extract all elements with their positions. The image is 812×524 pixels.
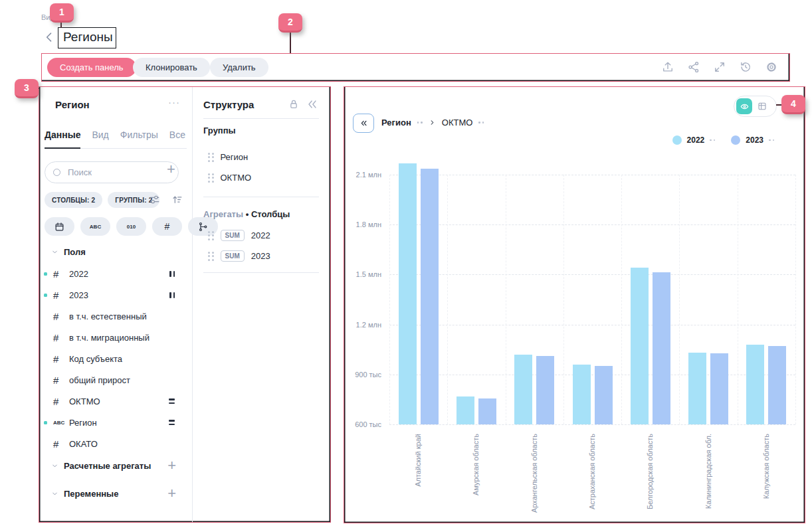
x-axis-label: Амурская область [472,434,480,495]
bar-2023[interactable] [536,356,554,424]
field-used-dot [44,294,47,297]
clone-button[interactable]: Клонировать [133,58,210,77]
type-filter-calendar[interactable] [45,217,74,236]
field-panel-menu-icon[interactable]: ··· [168,96,180,108]
add-calc-aggregate-button[interactable]: + [167,459,176,472]
search-input[interactable] [66,167,170,178]
collapse-panel-icon[interactable] [306,98,319,111]
x-axis-label: Алтайский край [414,434,422,487]
bar-2022[interactable] [399,163,417,424]
field-row[interactable]: #в т.ч. миграционный [39,327,192,348]
vertical-gridline [795,175,796,424]
filter-chip-0[interactable]: СТОЛБЦЫ: 2 [45,192,102,208]
share-icon[interactable] [687,60,700,74]
bar-2023[interactable] [478,398,496,424]
bar-2022[interactable] [457,396,474,424]
tab-2[interactable]: Фильтры [120,130,158,148]
create-panel-button[interactable]: Создать панель [47,58,136,77]
field-used-dot [44,442,47,446]
gridline [389,375,795,375]
bar-2023[interactable] [710,353,728,424]
field-label: в т.ч. естественный [69,311,175,321]
used-in-groups-icon [169,398,175,404]
bar-2022[interactable] [631,268,649,424]
tab-1[interactable]: Вид [92,130,108,148]
search-box[interactable] [45,161,179,183]
field-label: 2022 [69,269,169,279]
field-label: общий прирост [69,375,175,385]
bar-2022[interactable] [688,353,706,424]
field-row[interactable]: #в т.ч. естественный [39,306,192,327]
field-row[interactable]: #2023 [39,284,192,306]
field-row[interactable]: #ОКТМО [39,391,192,412]
lock-icon[interactable] [287,98,300,111]
field-row[interactable]: ABCРегион [39,412,192,433]
drag-handle-icon[interactable] [208,231,214,240]
bar-2023[interactable] [768,346,786,424]
vertical-gridline [506,175,506,424]
drag-handle-icon[interactable] [208,173,214,183]
field-label: Регион [69,418,169,428]
field-used-dot [44,315,47,318]
abc-icon: ABC [53,420,64,426]
x-axis-label: Архангельская область [530,434,538,513]
aggregate-item[interactable]: SUM2023 [192,246,330,266]
bar-2023[interactable] [653,272,670,424]
bar-2023[interactable] [595,366,613,424]
bar-2022[interactable] [746,345,764,424]
field-row[interactable]: #общий прирост [39,369,192,391]
sliders-icon[interactable] [148,193,161,206]
field-used-dot [44,272,47,276]
title-annotation-box [58,27,116,48]
annotation-badge-3: 3 [15,79,39,98]
field-label: ОКАТО [69,439,175,449]
vertical-gridline [621,175,622,424]
expand-icon[interactable] [713,60,726,74]
field-used-dot [44,357,47,361]
calc-aggregates-header[interactable]: Расчетные агрегаты + [51,459,176,472]
sort-icon[interactable] [171,193,183,206]
tab-0[interactable]: Данные [45,130,80,149]
field-panel: Регион ··· ДанныеВидФильтрыВсе + СТОЛБЦЫ… [39,86,331,523]
settings-icon[interactable] [765,60,778,74]
delete-button[interactable]: Удалить [210,58,268,77]
add-field-button[interactable]: + [167,163,175,176]
separator: • [246,209,249,219]
field-used-dot [44,379,47,382]
annotation-badge-1: 1 [50,3,74,23]
field-panel-title: Регион [55,99,90,110]
field-row[interactable]: #2022 [39,263,192,284]
group-item[interactable]: Регион [192,147,330,167]
app-page: Виджеты Регионы Создать панель Клонирова… [0,0,812,524]
type-filter-number[interactable]: # [152,217,182,236]
tab-3[interactable]: Все [169,130,185,148]
drag-handle-icon[interactable] [208,252,214,261]
field-label: Код субъекта [69,354,175,364]
bar-2023[interactable] [421,169,439,424]
add-variable-button[interactable]: + [167,487,176,500]
search-icon [53,169,60,176]
calc-aggregates-label: Расчетные агрегаты [64,461,151,471]
aggregate-fn-badge: SUM [221,230,245,241]
abc-icon: ABC [90,224,101,230]
aggregate-item[interactable]: SUM2022 [192,225,330,246]
type-filter-text[interactable]: ABC [80,217,110,236]
bar-2022[interactable] [573,365,591,424]
export-icon[interactable] [661,60,674,74]
annotation-badge-4: 4 [781,95,805,114]
field-row[interactable]: #ОКАТО [39,433,192,454]
y-axis-tick: 1.5 млн [347,270,381,278]
back-chevron-icon[interactable] [43,31,56,44]
field-row[interactable]: #Код субъекта [39,348,192,369]
history-icon[interactable] [739,60,752,74]
x-axis-label: Астраханская область [588,434,596,509]
hash-icon: # [53,268,58,280]
type-filter-binary[interactable]: 010 [116,217,146,236]
drag-handle-icon[interactable] [208,153,214,162]
bar-2022[interactable] [514,355,532,424]
vertical-gridline [447,175,448,424]
variables-header[interactable]: Переменные + [51,487,176,500]
x-axis-label: Калининградская обл. [704,434,712,509]
group-item[interactable]: ОКТМО [192,167,330,188]
fields-section-header[interactable]: Поля [51,247,86,257]
